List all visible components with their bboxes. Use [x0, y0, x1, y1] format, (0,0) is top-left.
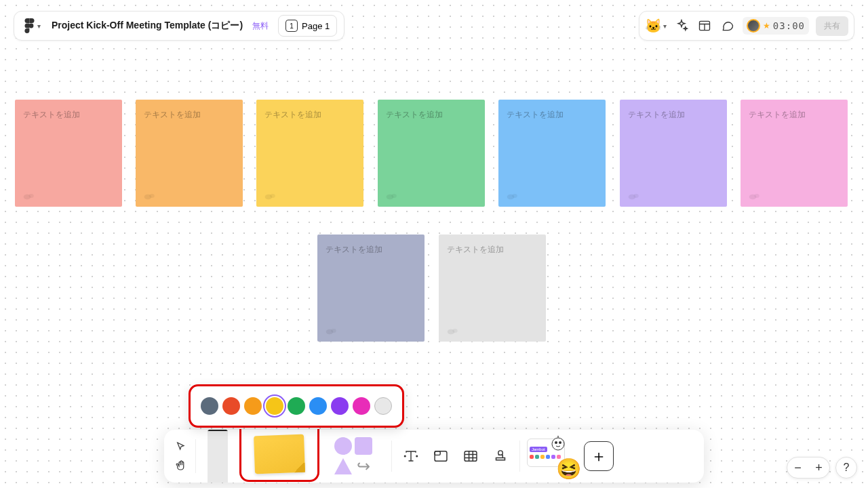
comment-icon[interactable]: [719, 18, 736, 34]
svg-point-30: [557, 436, 559, 436]
svg-point-17: [331, 329, 336, 333]
svg-point-26: [552, 438, 564, 450]
ai-sparkle-icon[interactable]: [673, 18, 690, 34]
color-swatch[interactable]: [309, 397, 327, 415]
page-selector[interactable]: 1 Page 1: [278, 15, 337, 37]
svg-rect-24: [465, 451, 477, 462]
sticky-note[interactable]: テキストを追加: [620, 100, 727, 207]
hand-tool[interactable]: [174, 458, 189, 473]
header-left: ▾ Project Kick-Off Meeting Template (コピー…: [14, 11, 344, 41]
sticky-placeholder: テキストを追加: [507, 110, 564, 119]
sticky-note[interactable]: テキストを追加: [136, 100, 243, 207]
zoom-in-button[interactable]: +: [812, 461, 826, 475]
bottom-toolbar: ↪ Jambot 😆 ＋: [164, 430, 704, 483]
text-tool[interactable]: [396, 441, 426, 471]
jambot-widget[interactable]: Jambot 😆: [524, 436, 578, 476]
svg-point-19: [452, 329, 458, 333]
color-swatch[interactable]: [374, 397, 392, 415]
triangle-shape-icon: [334, 458, 352, 474]
select-tool[interactable]: [174, 439, 189, 454]
svg-point-3: [28, 194, 34, 198]
svg-rect-22: [435, 451, 447, 462]
user-avatar-icon: [747, 19, 760, 33]
svg-point-27: [555, 441, 557, 444]
svg-point-28: [559, 441, 561, 444]
color-swatch[interactable]: [201, 397, 218, 415]
arrow-shape-icon: ↪: [355, 458, 372, 475]
presence-timer[interactable]: ★ 03:00: [743, 17, 809, 35]
square-shape-icon: [355, 437, 372, 455]
color-swatch[interactable]: [244, 397, 262, 415]
share-button[interactable]: 共有: [816, 16, 848, 36]
author-icon: [326, 327, 338, 335]
color-swatch[interactable]: [266, 397, 283, 415]
sticky-note[interactable]: テキストを追加: [741, 100, 848, 207]
document-title[interactable]: Project Kick-Off Meeting Template (コピー): [52, 20, 243, 32]
circle-shape-icon: [334, 437, 352, 455]
sticky-placeholder: テキストを追加: [749, 110, 806, 119]
figma-menu[interactable]: ▾: [21, 16, 43, 36]
color-swatch[interactable]: [288, 397, 305, 415]
author-icon: [447, 327, 459, 335]
stamp-tool[interactable]: [486, 441, 515, 471]
marker-tool[interactable]: [196, 430, 239, 483]
svg-point-25: [498, 451, 503, 455]
color-picker-popup: [189, 384, 404, 428]
sticky-placeholder: テキストを追加: [326, 245, 382, 254]
sticky-placeholder: テキストを追加: [264, 110, 321, 119]
svg-point-15: [754, 194, 760, 198]
author-icon: [507, 192, 519, 200]
layout-icon[interactable]: [696, 18, 713, 34]
help-button[interactable]: ?: [835, 457, 857, 479]
author-icon: [749, 192, 761, 200]
sticky-note[interactable]: テキストを追加: [317, 235, 425, 342]
shapes-tool[interactable]: ↪: [319, 432, 387, 481]
page-icon: 1: [285, 20, 298, 32]
page-label: Page 1: [302, 21, 330, 31]
svg-point-20: [404, 455, 406, 457]
author-icon: [386, 192, 398, 200]
chevron-down-icon: ▾: [37, 22, 41, 30]
sticky-placeholder: テキストを追加: [628, 110, 685, 119]
sticky-placeholder: テキストを追加: [447, 245, 504, 254]
color-swatch[interactable]: [222, 397, 240, 415]
sticky-note[interactable]: テキストを追加: [378, 100, 485, 207]
sticky-note[interactable]: テキストを追加: [498, 100, 606, 207]
svg-point-21: [416, 455, 418, 457]
sticky-note-tool[interactable]: [239, 429, 319, 482]
svg-point-9: [391, 194, 397, 198]
laughing-emoji-icon: 😆: [556, 457, 581, 481]
svg-point-0: [29, 24, 34, 28]
section-tool[interactable]: [426, 441, 456, 471]
svg-point-7: [270, 194, 275, 198]
table-tool[interactable]: [456, 441, 486, 471]
sticky-placeholder: テキストを追加: [386, 110, 443, 119]
author-icon: [144, 192, 156, 200]
svg-point-11: [512, 194, 517, 198]
zoom-control: − +: [787, 457, 830, 479]
sticky-placeholder: テキストを追加: [23, 110, 80, 119]
free-badge: 無料: [252, 20, 269, 32]
color-swatch[interactable]: [331, 397, 349, 415]
author-icon: [23, 192, 35, 200]
author-icon: [628, 192, 640, 200]
jambot-label: Jambot: [530, 447, 547, 452]
svg-point-13: [633, 194, 639, 198]
header-right: 🐱▾ ★ 03:00 共有: [639, 11, 854, 41]
sticky-note[interactable]: テキストを追加: [439, 235, 546, 342]
color-swatch[interactable]: [353, 397, 370, 415]
profile-avatar[interactable]: 🐱▾: [645, 18, 667, 34]
sticky-note[interactable]: テキストを追加: [15, 100, 122, 207]
sticky-placeholder: テキストを追加: [144, 110, 201, 119]
timer-value: 03:00: [773, 20, 805, 31]
figma-icon: [24, 18, 35, 33]
svg-point-5: [149, 194, 155, 198]
zoom-out-button[interactable]: −: [791, 461, 805, 475]
add-more-button[interactable]: ＋: [584, 441, 614, 471]
author-icon: [264, 192, 277, 200]
sticky-note[interactable]: テキストを追加: [256, 100, 363, 207]
